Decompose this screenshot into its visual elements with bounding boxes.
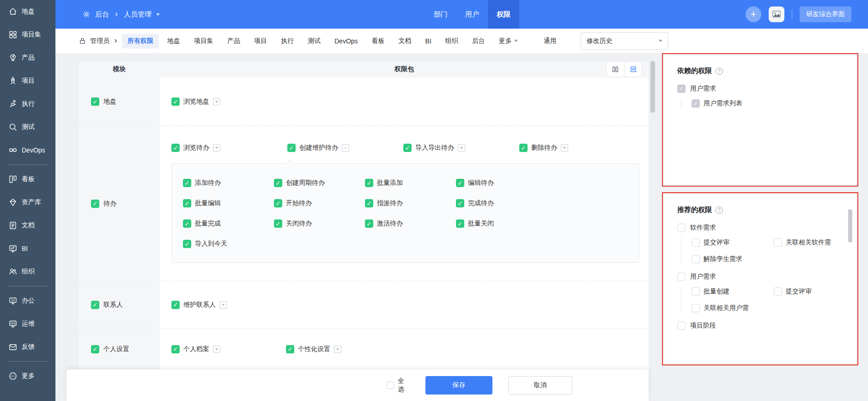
workspace-button[interactable]: 研发综合界面 [800,6,851,22]
sidebar-item-kanban[interactable]: 看板 [0,168,55,191]
permission-checkbox[interactable] [677,85,686,93]
help-icon[interactable]: ? [716,207,723,214]
subnav-tab-territory[interactable]: 地盘 [162,34,186,49]
permission-item: 浏览地盘 + [171,97,220,106]
permission-checkbox[interactable] [677,224,686,232]
sidebar-item-execute[interactable]: 执行 [0,92,55,115]
permission-checkbox[interactable] [456,179,464,187]
tab-user[interactable]: 用户 [456,0,488,29]
permission-checkbox[interactable] [171,301,180,309]
vertical-scrollbar-thumb[interactable] [650,61,655,113]
select-all-checkbox[interactable] [387,382,394,389]
backstage-link[interactable]: 后台 [95,10,109,19]
help-icon[interactable]: ? [716,67,723,75]
permission-checkbox[interactable] [692,99,700,108]
permission-checkbox[interactable] [692,304,700,312]
subnav-tab-product[interactable]: 产品 [222,34,246,49]
avatar[interactable] [769,6,784,22]
add-button[interactable]: + [746,6,761,22]
save-button[interactable]: 保存 [425,376,492,395]
subnav-tab-backstage[interactable]: 后台 [467,34,491,49]
permission-checkbox[interactable] [365,199,373,207]
sidebar-item-devops[interactable]: DevOps [0,139,55,162]
permission-checkbox[interactable] [365,219,373,228]
permission-checkbox[interactable] [677,322,686,330]
tab-permission[interactable]: 权限 [488,0,519,29]
sidebar-item-ops[interactable]: OPS 运维 [0,312,55,335]
permission-checkbox[interactable] [274,199,282,207]
permission-checkbox[interactable] [171,144,180,152]
sidebar: 地盘 项目集 产品 项目 执行 测试 DevOps 看板 资产库 文档 BI [0,0,55,401]
permission-label: 用户需求列表 [704,99,742,108]
permission-checkbox[interactable] [286,345,294,353]
permission-checkbox[interactable] [274,219,282,228]
sidebar-divider [7,286,48,286]
subnav-tab-general[interactable]: 通用 [538,34,562,49]
expand-button[interactable]: + [458,144,465,152]
panel-scrollbar-thumb[interactable] [848,209,852,243]
sidebar-item-bi[interactable]: BI [0,237,55,260]
permission-checkbox[interactable] [403,144,412,152]
role-name[interactable]: 管理员 [90,37,109,45]
subnav-tab-project[interactable]: 项目 [249,34,273,49]
permission-checkbox[interactable] [365,179,373,187]
subnav-tab-kanban[interactable]: 看板 [366,34,390,49]
permission-checkbox[interactable] [519,144,528,152]
permission-checkbox[interactable] [774,238,782,247]
sidebar-item-office[interactable]: OA 办公 [0,289,55,312]
expand-button[interactable]: + [219,301,227,309]
expand-button[interactable]: + [213,346,220,353]
permission-checkbox[interactable] [171,97,180,106]
permission-checkbox[interactable] [171,345,180,353]
expand-button[interactable]: + [213,144,220,152]
module-checkbox[interactable] [91,301,99,309]
permission-checkbox[interactable] [287,144,296,152]
sidebar-item-assets[interactable]: 资产库 [0,191,55,214]
subnav-tab-docs[interactable]: 文档 [393,34,417,49]
subnav-tab-test[interactable]: 测试 [302,34,326,49]
subnav-tab-all-permissions[interactable]: 所有权限 [122,34,159,49]
subnav-tab-org[interactable]: 组织 [440,34,464,49]
permission-checkbox[interactable] [183,240,191,248]
permission-checkbox[interactable] [456,219,464,228]
sidebar-item-program[interactable]: 项目集 [0,23,55,46]
module-checkbox[interactable] [91,97,99,106]
cancel-button[interactable]: 取消 [508,376,572,395]
sidebar-item-more[interactable]: 更多 [0,365,55,388]
expand-button[interactable]: + [561,144,568,152]
history-select[interactable]: 修改历史 [581,32,668,50]
permission-checkbox[interactable] [456,199,464,207]
permission-checkbox[interactable] [692,238,700,247]
permission-checkbox[interactable] [183,199,191,207]
module-checkbox[interactable] [91,345,99,353]
sidebar-item-project[interactable]: 项目 [0,69,55,92]
permission-checkbox[interactable] [274,179,282,187]
sidebar-item-test[interactable]: 测试 [0,115,55,139]
sidebar-item-feedback[interactable]: 反馈 [0,335,55,358]
column-view-icon[interactable] [607,62,624,77]
subnav-tab-program[interactable]: 项目集 [188,34,219,49]
expand-button[interactable]: + [213,98,220,105]
row-view-icon[interactable] [624,62,642,77]
subnav-tab-execute[interactable]: 执行 [275,34,299,49]
tab-department[interactable]: 部门 [425,0,456,29]
collapse-button[interactable]: - [342,144,349,152]
sidebar-item-home[interactable]: 地盘 [0,0,55,23]
permission-checkbox[interactable] [692,287,700,296]
module-checkbox[interactable] [91,200,99,208]
permission-checkbox[interactable] [692,255,700,263]
permission-checkbox[interactable] [183,179,191,187]
permission-checkbox[interactable] [183,219,191,228]
sidebar-item-org[interactable]: 组织 [0,260,55,283]
permission-checkbox[interactable] [774,287,782,296]
subnav-tab-bi[interactable]: BI [420,34,437,48]
sidebar-item-docs[interactable]: 文档 [0,214,55,237]
permission-checkbox[interactable] [677,273,686,281]
subnav-tab-devops[interactable]: DevOps [329,34,364,48]
permission-label: 开始待办 [286,199,312,207]
subnav-tab-more[interactable]: 更多 [493,34,523,49]
expand-button[interactable]: + [334,346,341,353]
sidebar-item-product[interactable]: 产品 [0,46,55,69]
chevron-down-icon[interactable] [156,13,160,16]
breadcrumb-current[interactable]: 人员管理 [124,10,152,19]
